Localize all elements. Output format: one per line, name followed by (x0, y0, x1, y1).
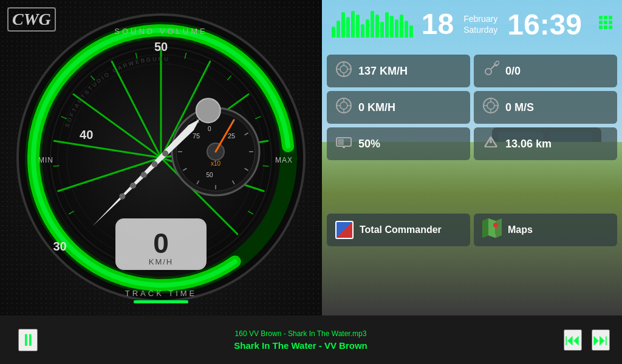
svg-line-31 (53, 166, 60, 166)
speedometer: 10 20 30 40 50 60 70 80 90 100 (15, 12, 307, 309)
info-card-speed2[interactable]: 0 KM/H (327, 91, 470, 124)
music-info: 160 VV Brown - Shark In The Water.mp3 Sh… (38, 329, 564, 351)
date-month: February (463, 13, 497, 24)
svg-point-113 (487, 102, 494, 109)
info-card-brightness[interactable]: 50% (327, 127, 470, 160)
svg-text:MIN: MIN (38, 156, 53, 164)
speed-gps-value: 137 KM/H (358, 65, 408, 78)
distance-icon (482, 133, 499, 154)
svg-rect-91 (599, 21, 603, 24)
maps-icon (482, 218, 502, 241)
eq-bar (405, 21, 408, 38)
svg-rect-95 (604, 25, 607, 29)
speed2-value: 0 KM/H (358, 101, 395, 114)
eq-bar (346, 17, 350, 38)
info-card-speed-gps[interactable]: 137 KM/H (327, 55, 470, 87)
brightness-icon (335, 135, 352, 152)
eq-bar (385, 12, 389, 38)
app-total-commander[interactable]: Total Commander (327, 214, 470, 246)
distance-value: 13.06 km (505, 138, 552, 150)
eq-bar (337, 21, 340, 38)
svg-text:TRACK TIME: TRACK TIME (125, 289, 197, 298)
pause-button[interactable]: ⏸ (18, 329, 38, 351)
svg-point-98 (340, 66, 347, 73)
speed-ms-value: 0 M/S (505, 101, 534, 114)
eq-bar (390, 16, 394, 38)
date-block: 18 (422, 10, 454, 39)
apps-grid-icon[interactable] (599, 16, 612, 33)
info-grid: 137 KM/H 0/0 (327, 55, 617, 160)
eq-bar (366, 19, 369, 38)
svg-text:0: 0 (208, 126, 211, 132)
svg-rect-90 (609, 16, 612, 19)
datetime: 18 February Saturday 16:39 (422, 8, 612, 41)
svg-point-123 (490, 141, 492, 143)
svg-point-107 (340, 102, 347, 109)
app-row: Total Commander Maps (327, 214, 617, 246)
info-card-speed-ms[interactable]: 0 M/S (474, 91, 617, 124)
svg-text:x10: x10 (211, 160, 221, 167)
eq-bar (375, 15, 379, 38)
main-container: CWG (0, 0, 622, 364)
logo: CWG (7, 7, 56, 41)
info-card-distance[interactable]: 13.06 km (474, 127, 617, 160)
music-controls: ⏮ ⏭ (564, 329, 610, 351)
eq-bar (409, 25, 413, 38)
speed-gps-icon (335, 61, 352, 81)
equalizer (332, 11, 422, 38)
svg-rect-92 (604, 21, 607, 24)
svg-point-103 (485, 69, 491, 75)
music-file: 160 VV Brown - Shark In The Water.mp3 (50, 329, 552, 338)
eq-bar (380, 22, 384, 38)
eq-bar (400, 15, 403, 38)
eq-bar (395, 19, 398, 38)
eq-bar (332, 27, 335, 38)
svg-text:SOUND VOLUME: SOUND VOLUME (114, 27, 207, 36)
eq-bar (361, 24, 364, 38)
total-commander-label: Total Commander (360, 224, 442, 235)
svg-text:75: 75 (193, 132, 200, 140)
svg-text:25: 25 (228, 132, 235, 140)
eq-bar (341, 12, 345, 38)
next-button[interactable]: ⏭ (592, 329, 610, 351)
svg-text:50: 50 (154, 40, 168, 53)
eq-bar (356, 15, 360, 38)
right-panel: 18 February Saturday 16:39 (322, 0, 622, 364)
time-display: 16:39 (507, 8, 582, 41)
svg-rect-119 (338, 139, 344, 145)
svg-rect-88 (599, 16, 603, 19)
svg-rect-93 (609, 21, 612, 24)
prev-button[interactable]: ⏮ (564, 329, 582, 351)
eq-bar (371, 11, 374, 38)
svg-line-38 (262, 166, 268, 166)
bottom-bar: ⏸ 160 VV Brown - Shark In The Water.mp3 … (0, 315, 622, 364)
svg-text:50: 50 (206, 172, 213, 178)
svg-rect-94 (599, 25, 603, 29)
top-header: 18 February Saturday 16:39 (322, 0, 622, 49)
brightness-value: 50% (358, 138, 380, 150)
date-day: 18 (422, 10, 454, 39)
total-commander-icon (335, 221, 354, 239)
satellite-icon (482, 61, 499, 81)
date-weekday: Saturday (463, 24, 497, 35)
logo-text: CWG (7, 7, 56, 32)
app-maps[interactable]: Maps (474, 214, 617, 246)
svg-rect-96 (609, 25, 612, 29)
speed2-icon (335, 97, 352, 118)
speed-ms-icon (482, 97, 499, 118)
maps-label: Maps (508, 224, 533, 235)
svg-text:KM/H: KM/H (149, 257, 174, 266)
info-card-satellite[interactable]: 0/0 (474, 55, 617, 87)
svg-marker-125 (488, 218, 496, 238)
satellite-value: 0/0 (505, 65, 521, 78)
svg-text:30: 30 (53, 240, 66, 253)
music-title: Shark In The Water - VV Brown (50, 340, 552, 351)
svg-rect-87 (134, 300, 188, 303)
svg-rect-89 (604, 16, 607, 19)
svg-text:40: 40 (80, 128, 93, 141)
eq-bar (351, 11, 355, 38)
svg-text:MAX: MAX (275, 156, 293, 164)
svg-text:0: 0 (153, 228, 169, 259)
left-panel: CWG (0, 0, 322, 364)
svg-marker-126 (482, 218, 488, 238)
